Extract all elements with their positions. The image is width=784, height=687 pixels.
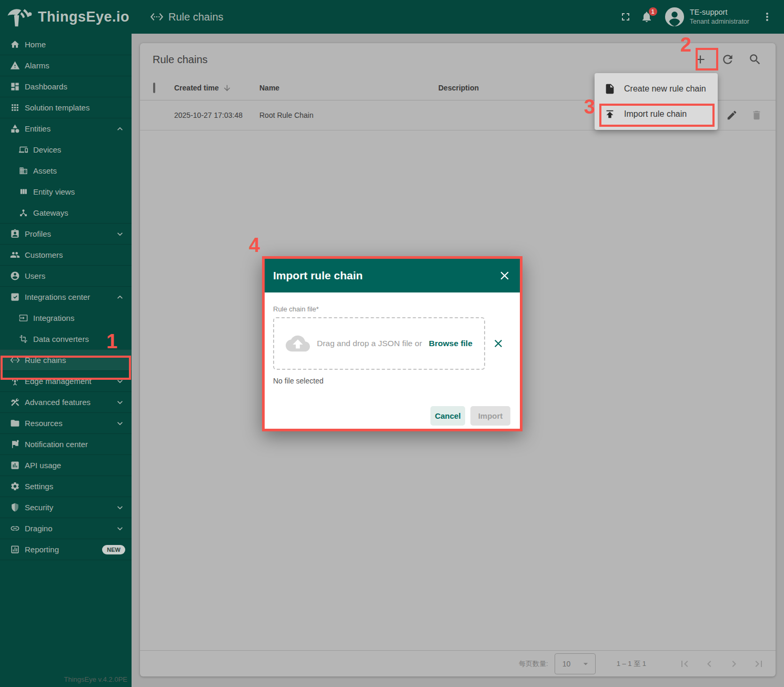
notification-badge: 1 — [649, 7, 657, 16]
sidebar-item-label: Data converters — [33, 335, 125, 344]
avatar[interactable] — [665, 7, 685, 27]
close-icon[interactable] — [498, 269, 511, 282]
breadcrumb-title: Rule chains — [168, 11, 224, 23]
sidebar-item-label: Gateways — [33, 208, 125, 217]
sidebar-item-label: Solution templates — [25, 103, 125, 112]
sidebar-item-entities[interactable]: Entities — [0, 118, 132, 139]
sidebar-item-reporting[interactable]: ReportingNEW — [0, 539, 132, 560]
app-version: ThingsEye v.4.2.0PE — [64, 675, 127, 683]
profiles-icon — [9, 229, 21, 239]
sidebar-item-label: Home — [25, 40, 125, 49]
sidebar-item-advanced-features[interactable]: Advanced features — [0, 391, 132, 412]
user-menu[interactable]: TE-support Tenant administrator — [690, 7, 749, 26]
first-page-button[interactable] — [678, 658, 691, 670]
chevron-down-icon — [115, 376, 125, 387]
dialog-header: Import rule chain — [265, 259, 520, 292]
sidebar-item-label: Profiles — [25, 229, 115, 238]
sidebar-item-label: Entities — [25, 124, 115, 133]
import-button[interactable]: Import — [470, 406, 510, 426]
sidebar-item-home[interactable]: Home — [0, 34, 132, 55]
add-rule-chain-button[interactable] — [692, 52, 708, 67]
last-page-button[interactable] — [752, 658, 765, 670]
sidebar-item-dragino[interactable]: Dragino — [0, 518, 132, 539]
home-icon — [9, 39, 21, 49]
cancel-button[interactable]: Cancel — [430, 406, 465, 426]
edge-management-icon — [9, 376, 21, 386]
sidebar-item-devices[interactable]: Devices — [0, 139, 132, 160]
api-usage-icon — [9, 460, 21, 470]
customers-icon — [9, 250, 21, 260]
fullscreen-icon[interactable] — [615, 6, 636, 27]
per-page-value: 10 — [562, 660, 571, 668]
edit-button[interactable] — [726, 109, 738, 121]
sidebar-item-label: Notification center — [25, 440, 125, 449]
cell-created-time: 2025-10-27 17:03:48 — [174, 111, 259, 119]
sidebar-item-label: Dashboards — [25, 82, 125, 91]
card-header: Rule chains — [140, 43, 776, 76]
sidebar-item-label: Entity views — [33, 187, 125, 196]
sidebar-item-customers[interactable]: Customers — [0, 244, 132, 265]
gateways-icon — [17, 208, 29, 217]
sidebar-item-integrations-center[interactable]: Integrations center — [0, 286, 132, 307]
app-header: ThingsEye.io Rule chains 1 TE-support Te… — [0, 0, 784, 34]
dragino-icon — [9, 523, 21, 533]
sidebar-item-dashboards[interactable]: Dashboards — [0, 76, 132, 97]
select-all-checkbox[interactable] — [153, 83, 155, 93]
delete-button[interactable] — [751, 109, 762, 121]
entities-icon — [9, 124, 21, 134]
sidebar-item-security[interactable]: Security — [0, 497, 132, 518]
sidebar-menu-divider — [0, 560, 132, 560]
sidebar-item-label: Integrations — [33, 314, 125, 322]
column-name[interactable]: Name — [259, 84, 438, 92]
app-logo[interactable]: ThingsEye.io — [0, 6, 132, 27]
search-button[interactable] — [747, 52, 763, 67]
sidebar-item-rule-chains[interactable]: Rule chains — [0, 349, 132, 370]
sidebar-item-notification-center[interactable]: Notification center — [0, 433, 132, 454]
user-role: Tenant administrator — [690, 17, 749, 26]
sidebar-item-edge-management[interactable]: Edge management — [0, 370, 132, 391]
page-range-label: 1 – 1 至 1 — [617, 659, 646, 669]
breadcrumb: Rule chains — [150, 10, 224, 24]
browse-file-button[interactable]: Browse file — [429, 339, 473, 348]
sidebar-item-solution-templates[interactable]: Solution templates — [0, 97, 132, 118]
sidebar-item-label: Alarms — [25, 61, 125, 70]
no-file-text: No file selected — [273, 377, 511, 385]
clear-file-icon[interactable] — [485, 337, 511, 350]
more-vert-icon[interactable] — [757, 6, 778, 27]
card-toolbar — [692, 52, 763, 67]
sidebar-item-settings[interactable]: Settings — [0, 476, 132, 497]
dialog-title: Import rule chain — [273, 269, 363, 282]
cloud-upload-icon — [286, 331, 310, 356]
new-badge: NEW — [102, 545, 125, 554]
sidebar-item-resources[interactable]: Resources — [0, 412, 132, 433]
solution-templates-icon — [9, 103, 21, 113]
per-page-label: 每页数量: — [519, 659, 548, 669]
sidebar-item-label: Settings — [25, 482, 125, 491]
sidebar-item-entity-views[interactable]: Entity views — [0, 181, 132, 202]
per-page-select[interactable]: 10 — [555, 653, 596, 674]
sidebar-item-users[interactable]: Users — [0, 265, 132, 286]
sidebar-item-profiles[interactable]: Profiles — [0, 223, 132, 244]
menu-item-import-rule-chain[interactable]: Import rule chain — [595, 102, 718, 127]
chevron-down-icon — [115, 502, 125, 513]
sidebar-item-data-converters[interactable]: Data converters — [0, 328, 132, 349]
file-dropzone[interactable]: Drag and drop a JSON file or Browse file — [273, 317, 485, 370]
chevron-down-icon — [115, 229, 125, 239]
next-page-button[interactable] — [728, 658, 740, 670]
sidebar-item-assets[interactable]: Assets — [0, 160, 132, 181]
sidebar-item-alarms[interactable]: Alarms — [0, 55, 132, 76]
sidebar-item-api-usage[interactable]: API usage — [0, 454, 132, 476]
notifications-button[interactable]: 1 — [636, 6, 657, 27]
cell-name: Root Rule Chain — [259, 111, 438, 119]
file-field-label: Rule chain file* — [273, 305, 511, 313]
refresh-button[interactable] — [720, 52, 736, 67]
sidebar-item-gateways[interactable]: Gateways — [0, 202, 132, 223]
sidebar-item-label: Assets — [33, 166, 125, 175]
column-created-time[interactable]: Created time — [174, 84, 259, 93]
menu-item-create-new-rule-chain[interactable]: Create new rule chain — [595, 76, 718, 102]
prev-page-button[interactable] — [703, 658, 716, 670]
logo-text: ThingsEye.io — [38, 9, 129, 25]
resources-icon — [9, 418, 21, 428]
sidebar-item-integrations[interactable]: Integrations — [0, 307, 132, 328]
notification-center-icon — [9, 439, 21, 449]
